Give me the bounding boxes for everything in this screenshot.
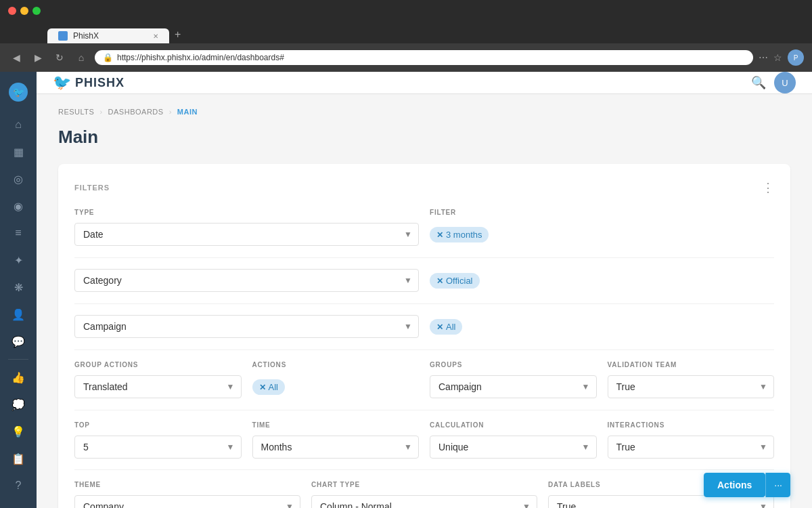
new-tab-button[interactable]: + [169,26,186,43]
sidebar-item-target[interactable]: ◉ [5,194,32,218]
category-select-wrapper: Category ▼ [74,269,419,292]
filter-group-category: ✕ Official [430,269,774,293]
filter-label: FILTER [430,209,774,216]
sidebar-item-users[interactable]: 👤 [5,302,32,326]
calculation-select[interactable]: Unique [430,436,597,459]
actions-tag: ✕ All [252,379,285,395]
actions-tag-text: All [269,382,278,392]
profile-icon[interactable]: P [788,49,804,66]
time-select-wrapper: Months ▼ [252,436,420,459]
breadcrumb-results[interactable]: RESULTS [58,108,94,116]
browser-titlebar [0,0,812,22]
group-actions-label: GROUP ACTIONS [74,361,242,368]
group-actions-select-wrapper: Translated ▼ [74,375,242,398]
top-select-wrapper: 5 ▼ [74,436,242,459]
filters-header: FILTERS ⋮ [74,180,774,195]
sidebar: 🐦 ⌂ ▦ ◎ ◉ ≡ ✦ ❋ 👤 💬 👍 💭 💡 📋 ? [0,72,37,508]
action-bar: Actions ··· [37,462,812,508]
campaign-type-group: Campaign ▼ [74,315,419,339]
top-group: TOP 5 ▼ [74,421,242,459]
refresh-button[interactable]: ↻ [51,49,68,66]
actions-tags: ✕ All [252,375,420,399]
browser-tab[interactable]: PhishX ✕ [47,28,169,43]
date-select[interactable]: Date [74,223,419,246]
header-icons: 🔍 U [751,72,796,93]
breadcrumb-main: MAIN [177,108,198,116]
actions-more-button[interactable]: ··· [765,473,790,497]
calculation-select-wrapper: Unique ▼ [430,436,597,459]
search-icon[interactable]: 🔍 [751,75,766,90]
phishx-logo-icon: 🐦 [9,83,28,102]
actions-button-group: Actions ··· [704,473,790,497]
top-select[interactable]: 5 [74,436,242,459]
category-select[interactable]: Category [74,269,419,292]
bookmarks-icon[interactable]: ☆ [773,52,782,63]
phishx-logo: 🐦 PHISHX [53,74,125,91]
filters-card: FILTERS ⋮ TYPE Date ▼ [58,164,790,508]
sidebar-item-chat[interactable]: 💬 [5,329,32,354]
main-content: 🐦 PHISHX 🔍 U RESULTS › DASHBOARDS › MAIN… [37,72,812,508]
interactions-select[interactable]: True [608,436,775,459]
sidebar-item-thumbup[interactable]: 👍 [5,365,32,389]
category-type-group: Category ▼ [74,269,419,293]
filter-row-date: TYPE Date ▼ FILTER ✕ [74,209,774,258]
date-select-wrapper: Date ▼ [74,223,419,246]
phishx-logo-text: PHISHX [75,76,125,90]
groups-select[interactable]: Campaign [430,375,597,398]
sidebar-divider [8,359,28,360]
address-bar[interactable]: 🔒 https://phishx.phishx.io/admin/en/dash… [95,50,753,65]
category-tag-text: Official [446,276,473,286]
sidebar-item-comments[interactable]: 💭 [5,392,32,417]
sidebar-item-team[interactable]: ❋ [5,275,32,299]
campaign-select[interactable]: Campaign [74,315,419,338]
validation-team-label: VALIDATION TEAM [608,361,775,368]
filter-group-date: FILTER ✕ 3 months [430,209,774,247]
sidebar-item-lightbulb[interactable]: 💡 [5,419,32,444]
sidebar-item-globe[interactable]: ◎ [5,167,32,191]
sidebar-item-dashboard[interactable]: ▦ [5,140,32,164]
top-label: TOP [74,421,242,429]
category-tags: ✕ Official [430,269,774,293]
actions-tag-close[interactable]: ✕ [259,383,266,392]
validation-team-group: VALIDATION TEAM True ▼ [608,361,775,399]
category-tag: ✕ Official [430,273,480,289]
campaign-tag-close[interactable]: ✕ [436,322,443,332]
sidebar-item-badge[interactable]: ✦ [5,248,32,272]
filter-row-campaign: Campaign ▼ ✕ All [74,315,774,350]
calculation-group: CALCULATION Unique ▼ [430,421,597,459]
page-title: Main [58,127,790,148]
breadcrumb-dashboards[interactable]: DASHBOARDS [108,108,164,116]
sidebar-item-home[interactable]: ⌂ [5,112,32,137]
forward-button[interactable]: ▶ [30,49,46,66]
filters-title: FILTERS [74,184,110,192]
sidebar-item-clipboard[interactable]: 📋 [5,446,32,471]
sidebar-item-help[interactable]: ? [5,473,32,498]
groups-select-wrapper: Campaign ▼ [430,375,597,398]
back-button[interactable]: ◀ [8,49,24,66]
extensions-icon[interactable]: ⋯ [759,52,768,63]
date-tag-close[interactable]: ✕ [436,230,443,240]
home-button[interactable]: ⌂ [73,49,89,66]
breadcrumb: RESULTS › DASHBOARDS › MAIN [58,108,790,116]
validation-team-select[interactable]: True [608,375,775,398]
maximize-button[interactable] [32,7,41,15]
actions-group: ACTIONS ✕ All [252,361,420,399]
group-actions-select[interactable]: Translated [74,375,242,398]
page-content: RESULTS › DASHBOARDS › MAIN Main FILTERS… [37,94,812,508]
breadcrumb-sep2: › [169,108,172,116]
validation-team-select-wrapper: True ▼ [608,375,775,398]
time-select[interactable]: Months [252,436,420,459]
actions-button-label: Actions [717,480,752,490]
group-actions-group: GROUP ACTIONS Translated ▼ [74,361,242,399]
nav-icons: ⋯ ☆ P [759,49,804,66]
user-avatar[interactable]: U [774,72,796,93]
app-header: 🐦 PHISHX 🔍 U [37,72,812,94]
tab-close-icon[interactable]: ✕ [153,33,158,40]
sidebar-item-library[interactable]: ≡ [5,221,32,245]
groups-label: GROUPS [430,361,597,368]
category-tag-close[interactable]: ✕ [436,276,443,286]
actions-button[interactable]: Actions [704,473,765,497]
filters-menu-icon[interactable]: ⋮ [762,180,774,195]
minimize-button[interactable] [20,7,28,15]
close-button[interactable] [8,7,16,15]
